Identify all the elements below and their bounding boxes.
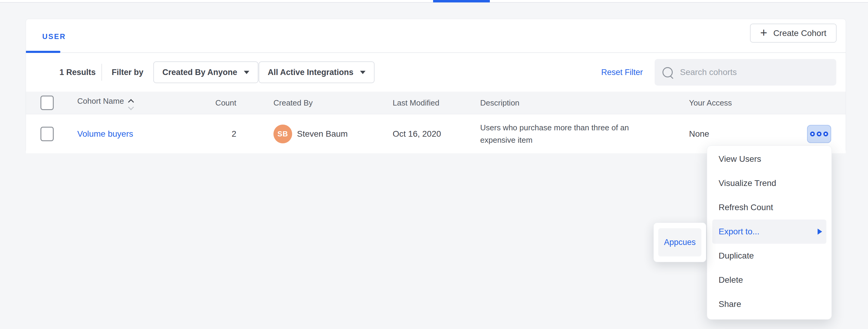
menu-item-export-to[interactable]: Export to... xyxy=(712,220,826,244)
menu-item-label: Share xyxy=(719,299,741,309)
chevron-down-icon xyxy=(244,71,249,74)
select-all-checkbox[interactable] xyxy=(40,95,54,110)
integrations-dropdown-label: All Active Integrations xyxy=(268,68,353,77)
menu-item-duplicate[interactable]: Duplicate xyxy=(707,244,832,268)
menu-item-label: View Users xyxy=(719,154,761,164)
header-count: Count xyxy=(147,98,236,108)
cohort-name-link[interactable]: Volume buyers xyxy=(77,129,133,139)
chevron-down-icon xyxy=(360,71,366,74)
create-cohort-button-label: Create Cohort xyxy=(773,28,826,38)
integrations-dropdown[interactable]: All Active Integrations xyxy=(259,61,375,83)
menu-item-visualize-trend[interactable]: Visualize Trend xyxy=(707,171,832,195)
header-created-by: Created By xyxy=(273,98,313,108)
menu-item-delete[interactable]: Delete xyxy=(707,268,832,292)
search-icon xyxy=(662,67,673,77)
row-checkbox[interactable] xyxy=(40,127,54,141)
created-by-name: Steven Baum xyxy=(297,129,348,139)
menu-item-label: Export to... xyxy=(719,227,760,237)
results-count: 1 Results xyxy=(59,68,96,77)
select-all-checkbox-cell xyxy=(40,95,54,110)
description-cell: Users who purchase more than three of an… xyxy=(480,121,649,146)
filter-bar: 1 Results Filter by Created By Anyone Al… xyxy=(26,53,846,92)
top-nav-active-tab-indicator xyxy=(433,0,490,2)
top-nav-strip xyxy=(0,0,868,3)
table-header-row: Cohort Name Count Created By Last Modifi… xyxy=(26,92,846,114)
ellipsis-icon xyxy=(823,132,828,136)
menu-item-label: Delete xyxy=(719,275,743,285)
filter-by-label: Filter by xyxy=(112,68,143,77)
last-modified-cell: Oct 16, 2020 xyxy=(393,129,441,139)
row-more-options-button[interactable] xyxy=(807,125,831,143)
menu-item-label: Duplicate xyxy=(719,251,754,261)
cohort-count: 2 xyxy=(147,129,236,139)
row-context-menu: View Users Visualize Trend Refresh Count… xyxy=(707,145,832,320)
header-last-modified: Last Modified xyxy=(393,98,439,108)
ellipsis-icon xyxy=(810,132,815,136)
triangle-right-icon xyxy=(817,228,822,235)
submenu-item-appcues[interactable]: Appcues xyxy=(658,228,702,256)
your-access-cell: None xyxy=(689,129,709,139)
cohorts-panel: USER + Create Cohort 1 Results Filter by… xyxy=(26,19,846,153)
tab-user[interactable]: USER xyxy=(42,32,66,41)
row-checkbox-cell xyxy=(40,127,54,141)
created-by-dropdown[interactable]: Created By Anyone xyxy=(153,61,258,83)
tabs-row: USER + Create Cohort xyxy=(26,19,846,53)
menu-item-view-users[interactable]: View Users xyxy=(707,147,832,171)
sort-arrows-icon[interactable] xyxy=(129,100,133,109)
create-cohort-button[interactable]: + Create Cohort xyxy=(750,24,837,43)
avatar: SB xyxy=(273,125,292,143)
export-submenu: Appcues xyxy=(653,223,706,262)
header-your-access: Your Access xyxy=(689,98,732,108)
menu-item-refresh-count[interactable]: Refresh Count xyxy=(707,195,832,220)
tab-user-active-underline xyxy=(26,51,60,53)
menu-item-share[interactable]: Share xyxy=(707,292,832,316)
divider xyxy=(101,64,102,81)
created-by-cell: SB Steven Baum xyxy=(273,125,348,143)
created-by-dropdown-label: Created By Anyone xyxy=(162,68,237,77)
search-box[interactable] xyxy=(655,59,836,86)
header-cohort-name[interactable]: Cohort Name xyxy=(77,97,133,109)
menu-item-label: Refresh Count xyxy=(719,202,773,212)
ellipsis-icon xyxy=(817,132,822,136)
header-cohort-name-label: Cohort Name xyxy=(77,97,124,106)
header-description: Description xyxy=(480,98,519,108)
reset-filter-link[interactable]: Reset Filter xyxy=(601,68,643,77)
search-input[interactable] xyxy=(679,67,829,77)
menu-item-label: Visualize Trend xyxy=(719,179,776,188)
